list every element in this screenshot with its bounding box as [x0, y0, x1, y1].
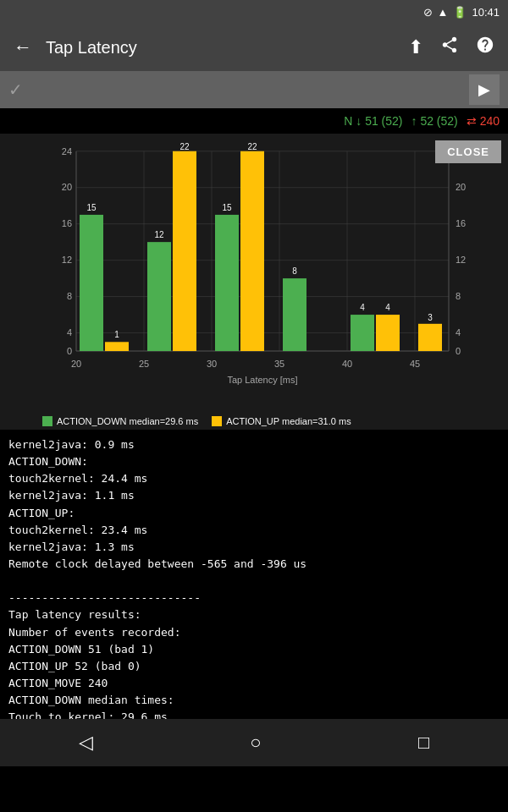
log-line: Tap latency results:	[8, 606, 500, 623]
svg-rect-54	[418, 324, 442, 351]
log-line: touch2kernel: 24.4 ms	[8, 470, 500, 487]
svg-text:40: 40	[342, 359, 352, 369]
log-line: ACTION_DOWN median times:	[8, 692, 500, 709]
svg-text:1: 1	[114, 330, 119, 339]
log-line: Remote clock delayed between -565 and -3…	[8, 556, 500, 573]
chart-container: CLOSE 0 4 8 12 16 20 24 0 4 8 12 16 20 2…	[0, 134, 508, 430]
legend-down-color	[42, 416, 52, 426]
log-line	[8, 573, 500, 590]
log-line: ACTION_MOVE 240	[8, 675, 500, 692]
svg-text:8: 8	[292, 266, 297, 275]
log-line: touch2kernel: 23.4 ms	[8, 522, 500, 539]
svg-text:45: 45	[410, 359, 420, 369]
nav-recent-button[interactable]: □	[411, 725, 436, 760]
svg-text:Tap Latency [ms]: Tap Latency [ms]	[227, 374, 297, 384]
svg-text:12: 12	[456, 255, 466, 265]
svg-rect-42	[215, 215, 239, 351]
chart-legend: ACTION_DOWN median=29.6 ms ACTION_UP med…	[42, 416, 351, 426]
svg-text:4: 4	[67, 326, 73, 337]
svg-text:16: 16	[62, 218, 72, 228]
share-button[interactable]	[437, 32, 462, 63]
help-button[interactable]	[472, 32, 498, 63]
log-area: kernel2java: 0.9 msACTION_DOWN:touch2ker…	[0, 430, 508, 719]
nav-bar: ◁ ○ □	[0, 719, 508, 766]
input-bar: ✓ ▶	[0, 71, 508, 108]
svg-rect-48	[351, 315, 374, 351]
svg-text:8: 8	[456, 290, 461, 300]
log-line: ACTION_DOWN 51 (bad 1)	[8, 641, 500, 658]
svg-text:8: 8	[67, 290, 72, 300]
svg-text:16: 16	[456, 218, 466, 228]
status-bar: ⊘ ▲ 🔋 10:41	[0, 0, 508, 24]
play-button[interactable]: ▶	[469, 74, 500, 105]
chart-svg: 0 4 8 12 16 20 24 0 4 8 12 16 20 20 25 3…	[42, 142, 474, 387]
svg-text:3: 3	[428, 312, 433, 321]
command-input[interactable]	[30, 83, 462, 97]
time: 10:41	[472, 6, 500, 19]
svg-rect-44	[240, 151, 264, 351]
svg-rect-50	[376, 315, 400, 351]
log-line: ACTION_UP 52 (bad 0)	[8, 658, 500, 675]
svg-text:15: 15	[222, 202, 231, 211]
svg-text:20: 20	[62, 182, 72, 192]
svg-text:20: 20	[71, 359, 81, 369]
svg-text:22: 22	[247, 142, 257, 151]
svg-text:12: 12	[154, 229, 163, 239]
page-title: Tap Latency	[46, 38, 395, 58]
stats-bar: N ↓ 51 (52) ↑ 52 (52) ⇄ 240	[0, 108, 508, 134]
log-line: ACTION_UP:	[8, 505, 500, 522]
legend-down-label: ACTION_DOWN median=29.6 ms	[57, 416, 198, 426]
svg-text:4: 4	[385, 302, 390, 311]
svg-rect-34	[80, 215, 103, 351]
wifi-icon: ▲	[438, 6, 449, 19]
svg-text:4: 4	[456, 326, 461, 337]
log-line: kernel2java: 1.1 ms	[8, 487, 500, 504]
no-signal-icon: ⊘	[423, 6, 433, 19]
log-line: -----------------------------	[8, 590, 500, 606]
svg-text:0: 0	[456, 346, 461, 356]
svg-text:4: 4	[360, 302, 365, 311]
svg-text:12: 12	[62, 255, 72, 265]
stats-move: ⇄ 240	[467, 114, 500, 128]
svg-text:20: 20	[456, 182, 466, 192]
check-icon: ✓	[8, 80, 23, 100]
close-button[interactable]: CLOSE	[435, 140, 501, 163]
svg-rect-36	[105, 342, 129, 351]
svg-text:0: 0	[67, 346, 72, 356]
log-line: Number of events recorded:	[8, 624, 500, 641]
svg-text:25: 25	[139, 359, 149, 369]
battery-icon: 🔋	[453, 6, 467, 19]
log-line: kernel2java: 0.9 ms	[8, 436, 500, 453]
stats-up: ↑ 52 (52)	[411, 114, 458, 128]
legend-up-label: ACTION_UP median=31.0 ms	[226, 416, 351, 426]
log-line: Touch to kernel: 29.6 ms	[8, 709, 500, 719]
upload-button[interactable]: ⬆	[405, 33, 427, 62]
nav-back-button[interactable]: ◁	[72, 725, 100, 760]
svg-rect-46	[283, 278, 306, 351]
top-bar: ← Tap Latency ⬆	[0, 24, 508, 71]
legend-up-color	[212, 416, 222, 426]
svg-text:35: 35	[274, 359, 284, 369]
back-button[interactable]: ←	[10, 33, 36, 62]
svg-text:30: 30	[207, 359, 217, 369]
log-line: ACTION_DOWN:	[8, 453, 500, 470]
legend-down: ACTION_DOWN median=29.6 ms	[42, 416, 198, 426]
svg-text:24: 24	[62, 146, 73, 156]
svg-rect-40	[173, 151, 196, 351]
stats-down: ↓ 51 (52)	[356, 114, 402, 128]
svg-text:22: 22	[179, 142, 189, 151]
stats-n-label: N	[344, 114, 352, 128]
svg-text:15: 15	[86, 202, 96, 211]
nav-home-button[interactable]: ○	[243, 725, 268, 760]
log-line: kernel2java: 1.3 ms	[8, 539, 500, 556]
legend-up: ACTION_UP median=31.0 ms	[212, 416, 351, 426]
svg-rect-38	[147, 242, 171, 351]
